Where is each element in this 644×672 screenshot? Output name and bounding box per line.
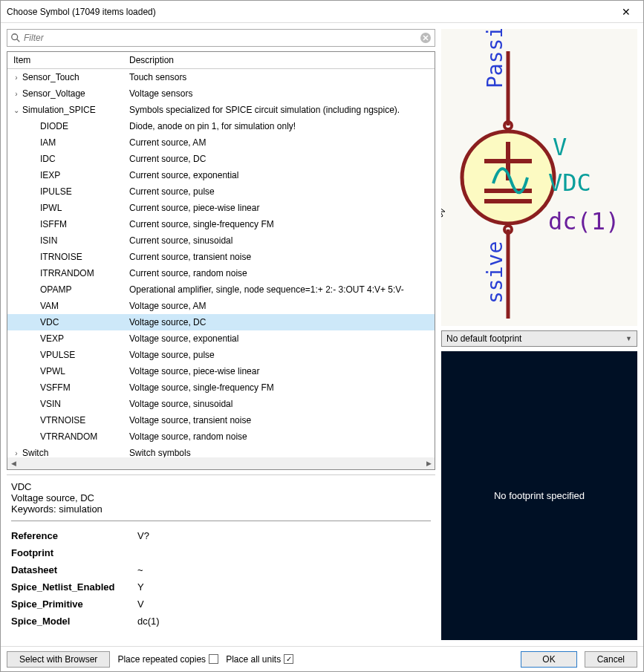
tree-item-description: Current source, DC	[126, 154, 435, 164]
tree-item-label: VTRNOISE	[39, 415, 85, 425]
tree-row[interactable]: VPWLVoltage source, piece-wise linear	[7, 363, 435, 379]
tree-item-label: Sensor_Voltage	[21, 88, 85, 99]
details-panel: VDC Voltage source, DC Keywords: simulat…	[7, 474, 435, 638]
property-label: Spice_Model	[11, 616, 137, 627]
select-with-browser-button[interactable]: Select with Browser	[7, 651, 110, 668]
tree-row[interactable]: IEXPCurrent source, exponential	[7, 167, 435, 183]
tree-row[interactable]: VSINVoltage source, sinusoidal	[7, 396, 435, 412]
tree-row[interactable]: IPWLCurrent source, piece-wise linear	[7, 200, 435, 216]
tree-row[interactable]: ›SwitchSwitch symbols	[7, 445, 435, 457]
tree-h-scroll[interactable]: ◀ ▶	[7, 457, 435, 469]
tree-row[interactable]: ITRNOISECurrent source, transient noise	[7, 249, 435, 265]
checkbox-icon[interactable]: ✓	[284, 654, 293, 664]
svg-text:V: V	[553, 133, 567, 161]
tree-item-label: ITRRANDOM	[39, 268, 94, 278]
footprint-preview-text: No footprint specified	[494, 490, 585, 501]
svg-text:Passi: Passi	[483, 29, 507, 88]
symbol-preview[interactable]: V VDC dc(1) Passi ssive	[441, 29, 637, 326]
checkbox-icon[interactable]	[209, 654, 218, 664]
tree-item-description: Current source, piece-wise linear	[126, 203, 435, 213]
tree-row[interactable]: ISFFMCurrent source, single-frequency FM	[7, 216, 435, 232]
tree-row[interactable]: VPULSEVoltage source, pulse	[7, 347, 435, 363]
scroll-left-icon[interactable]: ◀	[7, 460, 19, 467]
chevron-right-icon[interactable]: ›	[12, 90, 21, 98]
tree-item-label: IAM	[39, 137, 56, 148]
svg-line-1	[17, 39, 20, 42]
footprint-preview[interactable]: No footprint specified	[441, 351, 637, 640]
tree-item-description: Voltage source, exponential	[126, 333, 435, 344]
scroll-right-icon[interactable]: ▶	[423, 460, 435, 467]
chevron-right-icon[interactable]: ›	[12, 449, 21, 457]
property-value: Y	[137, 581, 144, 593]
tree-row[interactable]: DIODEDiode, anode on pin 1, for simulati…	[7, 118, 435, 134]
tree-item-description: Voltage source, random noise	[126, 431, 435, 442]
property-row: Spice_PrimitiveV	[11, 596, 431, 613]
tree-row[interactable]: ›Sensor_TouchTouch sensors	[7, 69, 435, 85]
tree-row[interactable]: VDCVoltage source, DC	[7, 314, 435, 330]
tree-row[interactable]: ITRRANDOMCurrent source, random noise	[7, 265, 435, 281]
tree-item-description: Current source, single-frequency FM	[126, 219, 435, 229]
place-repeated-checkbox[interactable]: Place repeated copies	[117, 654, 218, 665]
svg-text:dc(1): dc(1)	[548, 207, 619, 235]
property-row: Spice_Netlist_EnabledY	[11, 578, 431, 596]
tree-row[interactable]: IAMCurrent source, AM	[7, 134, 435, 151]
tree-item-label: ISFFM	[39, 219, 67, 229]
tree-item-label: Sensor_Touch	[21, 72, 79, 82]
tree-item-description: Voltage source, pulse	[126, 350, 435, 360]
chevron-down-icon[interactable]: ⌄	[12, 106, 21, 114]
tree-item-label: VPULSE	[39, 350, 75, 360]
search-icon	[10, 33, 21, 43]
tree-row[interactable]: VAMVoltage source, AM	[7, 298, 435, 314]
column-item[interactable]: Item	[7, 55, 126, 65]
tree-item-label: VDC	[39, 317, 59, 327]
tree-row[interactable]: VEXPVoltage source, exponential	[7, 330, 435, 347]
tree-item-label: VPWL	[39, 366, 65, 376]
tree-row[interactable]: OPAMPOperational amplifier, single, node…	[7, 281, 435, 298]
tree-item-label: IPULSE	[39, 186, 72, 197]
tree-item-label: VSIN	[39, 399, 61, 409]
tree-item-description: Switch symbols	[126, 448, 435, 457]
tree-row[interactable]: ›Sensor_VoltageVoltage sensors	[7, 85, 435, 102]
chevron-right-icon[interactable]: ›	[12, 74, 21, 82]
tree-item-description: Voltage source, DC	[126, 317, 435, 327]
tree-row[interactable]: IPULSECurrent source, pulse	[7, 183, 435, 200]
tree-item-label: VSFFM	[39, 382, 71, 393]
tree-item-label: DIODE	[39, 121, 68, 131]
cancel-button[interactable]: Cancel	[585, 651, 637, 668]
tree-item-description: Current source, sinusoidal	[126, 235, 435, 246]
property-label: Datasheet	[11, 564, 137, 575]
footprint-select[interactable]: No default footprint ▼	[441, 330, 637, 347]
filter-box[interactable]	[7, 29, 435, 47]
tree-item-label: IPWL	[39, 203, 62, 213]
tree-item-description: Current source, random noise	[126, 268, 435, 278]
property-label: Reference	[11, 530, 137, 541]
tree-item-label: IDC	[39, 154, 56, 164]
details-name: VDC	[11, 481, 431, 492]
tree-item-description: Voltage source, AM	[126, 301, 435, 311]
property-label: Spice_Netlist_Enabled	[11, 581, 137, 593]
window-title: Choose Symbol (17049 items loaded)	[7, 7, 615, 17]
tree-row[interactable]: ISINCurrent source, sinusoidal	[7, 232, 435, 249]
tree-item-label: IEXP	[39, 170, 60, 180]
tree-row[interactable]: VTRRANDOMVoltage source, random noise	[7, 428, 435, 445]
close-icon[interactable]: ✕	[615, 4, 637, 20]
footprint-select-label: No default footprint	[446, 333, 625, 344]
tree-item-label: ITRNOISE	[39, 252, 82, 262]
clear-icon[interactable]	[420, 32, 432, 44]
tree-row[interactable]: ⌄Simulation_SPICESymbols specialized for…	[7, 102, 435, 118]
place-all-units-checkbox[interactable]: Place all units ✓	[226, 654, 293, 665]
ok-button[interactable]: OK	[521, 651, 576, 668]
column-description[interactable]: Description	[126, 55, 423, 65]
tree-body[interactable]: ›Sensor_TouchTouch sensors›Sensor_Voltag…	[7, 69, 435, 457]
tree-item-label: Switch	[21, 448, 48, 457]
filter-input[interactable]	[24, 33, 420, 43]
tree-item-label: VEXP	[39, 333, 64, 344]
tree-item-description: Current source, pulse	[126, 186, 435, 197]
tree-item-description: Voltage source, piece-wise linear	[126, 366, 435, 376]
tree-row[interactable]: IDCCurrent source, DC	[7, 151, 435, 167]
tree-item-label: VAM	[39, 301, 59, 311]
tree-row[interactable]: VSFFMVoltage source, single-frequency FM	[7, 379, 435, 396]
tree-row[interactable]: VTRNOISEVoltage source, transient noise	[7, 412, 435, 428]
property-value: dc(1)	[137, 616, 160, 627]
tree-item-description: Voltage source, transient noise	[126, 415, 435, 425]
